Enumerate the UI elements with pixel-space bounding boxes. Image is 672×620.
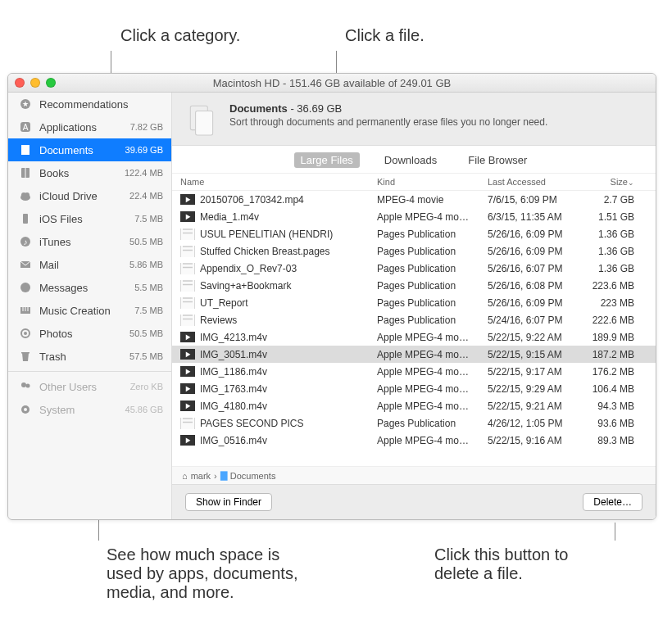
file-size: 223 MB: [582, 297, 647, 309]
svg-point-22: [21, 382, 26, 387]
table-row[interactable]: UT_ReportPages Publication5/26/16, 6:09 …: [172, 294, 656, 311]
sidebar-item-size: 57.5 MB: [129, 351, 163, 361]
table-row[interactable]: ReviewsPages Publication5/24/16, 6:07 PM…: [172, 311, 656, 328]
file-date: 5/22/15, 9:15 AM: [488, 349, 582, 360]
file-icon: [180, 401, 195, 412]
sidebar: ★RecommendationsAApplications7.82 GBDocu…: [8, 93, 172, 519]
col-date[interactable]: Last Accessed: [488, 177, 582, 187]
svg-text:♪: ♪: [24, 238, 28, 247]
sidebar-item-books[interactable]: Books122.4 MB: [8, 161, 171, 184]
sidebar-item-size: 7.5 MB: [134, 305, 163, 315]
header-subtitle: Sort through documents and permanently e…: [229, 116, 642, 128]
file-kind: Apple MPEG-4 mo…: [377, 383, 488, 395]
file-icon: [180, 435, 195, 446]
file-kind: MPEG-4 movie: [377, 194, 488, 206]
file-size: 189.9 MB: [582, 332, 647, 343]
sidebar-item-recommendations[interactable]: ★Recommendations: [8, 93, 171, 115]
table-row[interactable]: USUL PENELITIAN (HENDRI)Pages Publicatio…: [172, 225, 656, 242]
table-row[interactable]: IMG_4180.m4vApple MPEG-4 mo…5/22/15, 9:2…: [172, 397, 656, 414]
file-size: 187.2 MB: [582, 349, 647, 360]
file-name: IMG_4213.m4v: [200, 332, 267, 343]
sidebar-item-documents[interactable]: Documents39.69 GB: [8, 138, 171, 161]
sidebar-item-label: Photos: [39, 328, 123, 340]
file-icon: [180, 194, 195, 206]
sidebar-item-label: iTunes: [39, 236, 123, 248]
sidebar-item-label: Trash: [39, 351, 123, 363]
storage-window: Macintosh HD - 151.46 GB available of 24…: [7, 73, 656, 520]
table-row[interactable]: IMG_4213.m4vApple MPEG-4 mo…5/22/15, 9:2…: [172, 328, 656, 346]
sidebar-item-size: 7.5 MB: [134, 214, 163, 224]
file-icon: [180, 211, 195, 223]
svg-point-20: [24, 332, 27, 335]
table-row[interactable]: Saving+a+BookmarkPages Publication5/26/1…: [172, 277, 656, 294]
sidebar-item-system: System45.86 GB: [8, 398, 171, 421]
sidebar-item-applications[interactable]: AApplications7.82 GB: [8, 115, 171, 138]
sidebar-item-size: 50.5 MB: [129, 328, 163, 338]
callout-delete: Click this button to delete a file.: [434, 545, 606, 583]
sidebar-item-photos[interactable]: Photos50.5 MB: [8, 322, 171, 345]
file-kind: Apple MPEG-4 mo…: [377, 435, 488, 446]
sidebar-item-size: Zero KB: [130, 382, 163, 391]
file-date: 5/26/16, 6:09 PM: [488, 229, 582, 240]
sidebar-item-icloud-drive[interactable]: iCloud Drive22.4 MB: [8, 184, 171, 207]
delete-button[interactable]: Delete…: [583, 493, 642, 511]
sidebar-item-label: Other Users: [39, 381, 124, 393]
file-kind: Pages Publication: [377, 297, 488, 309]
category-header: Documents - 36.69 GB Sort through docume…: [172, 93, 656, 146]
sidebar-item-itunes[interactable]: ♪iTunes50.5 MB: [8, 230, 171, 253]
file-icon: [180, 315, 195, 326]
svg-rect-47: [180, 315, 195, 326]
table-row[interactable]: IMG_1763.m4vApple MPEG-4 mo…5/22/15, 9:2…: [172, 380, 656, 397]
sidebar-item-messages[interactable]: Messages5.5 MB: [8, 276, 171, 299]
tab-large-files[interactable]: Large Files: [294, 152, 360, 168]
table-row[interactable]: Media_1.m4vApple MPEG-4 mo…6/3/15, 11:35…: [172, 208, 656, 225]
file-date: 5/22/15, 9:21 AM: [488, 401, 582, 412]
table-row[interactable]: IMG_3051.m4vApple MPEG-4 mo…5/22/15, 9:1…: [172, 346, 656, 363]
col-name[interactable]: Name: [180, 177, 377, 187]
sidebar-item-mail[interactable]: Mail5.86 MB: [8, 253, 171, 276]
file-icon: [180, 332, 195, 343]
file-name: Saving+a+Bookmark: [200, 280, 291, 292]
file-date: 7/6/15, 6:09 PM: [488, 194, 582, 206]
mail-icon: [18, 257, 33, 272]
svg-rect-44: [180, 297, 195, 309]
table-row[interactable]: IMG_0516.m4vApple MPEG-4 mo…5/22/15, 9:1…: [172, 432, 656, 449]
tab-file-browser[interactable]: File Browser: [461, 152, 534, 168]
file-icon: [180, 229, 195, 240]
callout-space: See how much space is used by apps, docu…: [107, 545, 320, 602]
table-row[interactable]: Appendix_O_Rev7-03✕⌕Pages Publication5/2…: [172, 260, 656, 277]
sidebar-item-music-creation[interactable]: Music Creation7.5 MB: [8, 299, 171, 322]
file-size: 223.6 MB: [582, 280, 647, 292]
file-icon: [180, 366, 195, 378]
sidebar-item-trash[interactable]: Trash57.5 MB: [8, 345, 171, 368]
sidebar-item-label: Books: [39, 167, 118, 179]
sidebar-item-label: Music Creation: [39, 305, 128, 317]
tab-downloads[interactable]: Downloads: [378, 152, 443, 168]
svg-point-25: [24, 408, 27, 411]
file-name: Media_1.m4v: [200, 211, 259, 223]
svg-rect-35: [180, 246, 195, 257]
col-kind[interactable]: Kind: [377, 177, 488, 187]
sidebar-item-ios-files[interactable]: iOS Files7.5 MB: [8, 207, 171, 230]
sidebar-item-size: 5.86 MB: [129, 260, 163, 269]
svg-point-23: [26, 384, 30, 388]
file-size: 176.2 MB: [582, 366, 647, 378]
svg-rect-21: [21, 352, 30, 354]
table-row[interactable]: PAGES SECOND PICSPages Publication4/26/1…: [172, 414, 656, 432]
table-row[interactable]: Stuffed Chicken Breast.pagesPages Public…: [172, 242, 656, 260]
file-name: 20150706_170342.mp4: [200, 194, 304, 206]
sidebar-item-label: iOS Files: [39, 213, 128, 225]
phone-icon: [18, 211, 33, 226]
file-kind: Apple MPEG-4 mo…: [377, 332, 488, 343]
col-size[interactable]: Size⌄: [582, 177, 647, 187]
table-row[interactable]: 20150706_170342.mp4MPEG-4 movie7/6/15, 6…: [172, 191, 656, 208]
file-date: 5/24/16, 6:07 PM: [488, 315, 582, 326]
titlebar: Macintosh HD - 151.46 GB available of 24…: [8, 74, 656, 93]
file-icon: [180, 349, 195, 360]
file-icon: [180, 383, 195, 395]
file-size: 94.3 MB: [582, 401, 647, 412]
table-row[interactable]: IMG_1186.m4vApple MPEG-4 mo…5/22/15, 9:1…: [172, 363, 656, 380]
breadcrumb[interactable]: ⌂ mark › ▇ Documents: [172, 466, 656, 484]
show-in-finder-button[interactable]: Show in Finder: [185, 493, 272, 511]
app-icon: A: [18, 120, 33, 134]
